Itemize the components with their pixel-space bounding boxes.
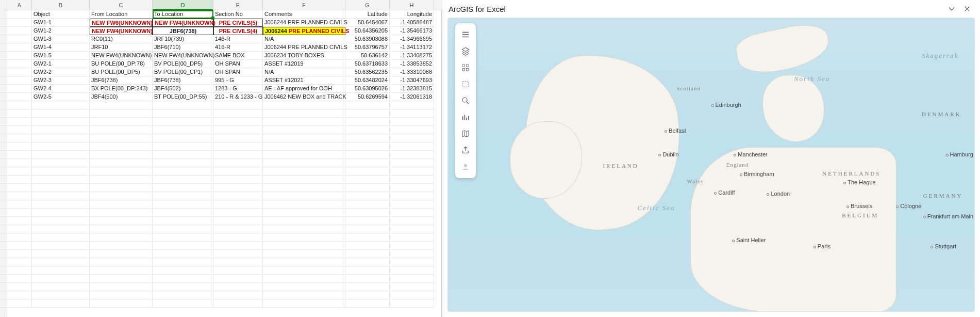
cell[interactable] [263,242,345,250]
row-header[interactable] [0,35,7,43]
cell[interactable] [213,142,263,151]
row-header[interactable] [0,217,7,225]
cell[interactable] [153,283,213,291]
cell[interactable] [7,258,32,266]
cell[interactable] [390,101,434,109]
cell[interactable] [90,217,153,225]
cell[interactable] [263,258,345,266]
row-header[interactable] [0,184,7,192]
cell[interactable] [345,167,390,176]
cell[interactable] [345,275,390,283]
cell[interactable] [32,101,90,109]
cell[interactable] [7,225,32,233]
cell[interactable]: GW2-1 [32,60,90,68]
cell[interactable] [345,101,390,109]
cell[interactable] [345,159,390,167]
cell[interactable] [90,209,153,217]
cell[interactable] [32,225,90,233]
cell[interactable] [90,142,153,151]
col-header-h[interactable]: H [390,0,434,10]
cell[interactable] [213,275,263,283]
cell[interactable] [90,159,153,167]
cell[interactable]: BX POLE(00_DP:243) [90,85,153,93]
cell[interactable] [153,184,213,192]
cells-area[interactable]: ObjectFrom LocationTo LocationSection No… [7,10,442,317]
cell[interactable] [345,209,390,217]
cell[interactable] [390,159,434,167]
cell[interactable] [32,134,90,142]
cell[interactable] [153,217,213,225]
row-header[interactable] [0,85,7,93]
share-icon[interactable] [455,142,476,158]
row-header[interactable] [0,159,7,167]
cell[interactable] [213,118,263,126]
cell[interactable]: PRE CIVILS(5) [213,19,263,27]
cell[interactable] [7,283,32,291]
cell[interactable]: GW2-3 [32,76,90,85]
cell[interactable]: 50.63718633 [345,60,390,68]
cell[interactable] [90,109,153,118]
row-header[interactable] [0,43,7,52]
cell[interactable] [7,299,32,308]
cell[interactable] [153,242,213,250]
cell[interactable] [32,266,90,275]
cell[interactable] [32,242,90,250]
cell[interactable] [390,275,434,283]
row-header[interactable] [0,258,7,266]
cell[interactable] [390,142,434,151]
row-header[interactable] [0,275,7,283]
cell[interactable] [90,258,153,266]
cell[interactable]: To Location [153,10,213,19]
row-header[interactable] [0,250,7,258]
cell[interactable] [32,167,90,176]
row-header[interactable] [0,291,7,299]
row-header[interactable] [0,27,7,35]
cell[interactable] [7,217,32,225]
row-header[interactable] [0,266,7,275]
cell[interactable] [390,192,434,200]
cell[interactable] [153,101,213,109]
cell[interactable]: 146-R [213,35,263,43]
cell[interactable] [213,250,263,258]
cell[interactable]: NEW FW4(UNKNOWN) [90,27,153,35]
vertical-scrollbar[interactable] [441,10,442,317]
cell[interactable] [153,159,213,167]
cell[interactable] [345,225,390,233]
cell[interactable] [7,60,32,68]
cell[interactable] [7,266,32,275]
cell[interactable] [153,109,213,118]
row-header[interactable] [0,176,7,184]
cell[interactable] [32,258,90,266]
cell[interactable] [213,101,263,109]
cell[interactable] [90,101,153,109]
col-header-e[interactable]: E [213,0,263,10]
cell[interactable]: J006462 NEW BOX and TRACK [263,93,345,101]
layers-icon[interactable] [455,43,476,59]
row-header[interactable] [0,242,7,250]
cell[interactable] [90,192,153,200]
cell[interactable] [213,151,263,159]
cell[interactable] [153,258,213,266]
cell[interactable] [263,184,345,192]
cell[interactable] [345,242,390,250]
cell[interactable] [263,192,345,200]
row-header[interactable] [0,142,7,151]
cell[interactable] [390,225,434,233]
cell[interactable]: -1.33853852 [390,60,434,68]
cell[interactable]: -1.32061318 [390,93,434,101]
cell[interactable] [263,283,345,291]
row-header[interactable] [0,134,7,142]
cell[interactable] [390,126,434,134]
cell[interactable] [263,209,345,217]
cell[interactable] [32,299,90,308]
cell[interactable] [345,250,390,258]
cell[interactable] [7,109,32,118]
cell[interactable] [213,283,263,291]
cell[interactable] [213,167,263,176]
cell[interactable] [213,109,263,118]
row-header[interactable] [0,299,7,308]
cell[interactable] [213,266,263,275]
cell[interactable] [7,118,32,126]
cell[interactable] [32,275,90,283]
cell[interactable] [390,118,434,126]
